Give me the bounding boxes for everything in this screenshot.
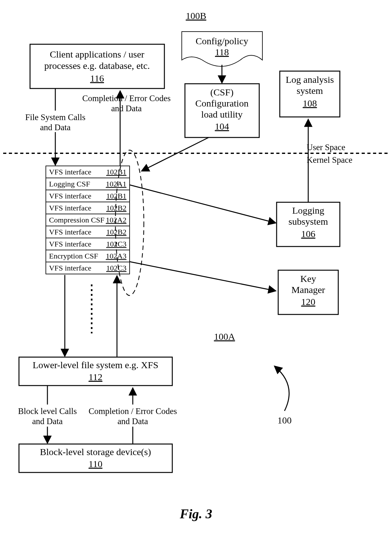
stack-row-label: VFS interface — [49, 228, 91, 236]
csf-line2: Configuration — [195, 98, 248, 108]
config-policy-label: Config/policy — [196, 36, 248, 46]
stack-row-label: Compression CSF — [49, 216, 104, 224]
stack-row-label: VFS interface — [49, 192, 91, 200]
block-devices-box: Block-level storage device(s) 110 — [19, 444, 172, 472]
csf-ref: 104 — [215, 121, 229, 131]
log-analysis-ref: 108 — [303, 98, 317, 108]
stack-row-ref: 102A3 — [106, 252, 126, 260]
comp-top-line2: and Data — [111, 104, 142, 113]
fscalls-line1: File System Calls — [25, 113, 86, 122]
config-policy-doc: Config/policy 118 — [182, 32, 262, 66]
logging-subsystem-box: Logging subsystem 106 — [277, 202, 340, 247]
keymgr-line2: Manager — [291, 284, 325, 295]
stack-row-label: Encryption CSF — [49, 252, 98, 260]
stack-row-ref: 102A2 — [106, 216, 126, 224]
log-analysis-line1: Log analysis — [286, 74, 334, 85]
stack-row-label: Logging CSF — [49, 180, 90, 188]
kernel-space-label: Kernel Space — [307, 155, 352, 165]
keymgr-line1: Key — [300, 273, 316, 284]
diagram-canvas: 100B Client applications / user processe… — [0, 0, 392, 554]
block-dev-ref: 110 — [89, 459, 102, 469]
ref-100: 100 — [278, 415, 292, 425]
lowerfs-ref: 112 — [89, 372, 102, 382]
stack-row-ref: 102B1 — [106, 168, 126, 176]
stack-row-ref: 102A1 — [106, 180, 126, 188]
stack-row-label: VFS interface — [49, 168, 91, 176]
encryption-csf-to-keymgr-arrow — [130, 262, 275, 291]
lower-fs-box: Lower-level file system e.g. XFS 112 — [19, 357, 172, 386]
stack-row-ref: 102C3 — [106, 264, 126, 272]
key-manager-box: Key Manager 120 — [278, 270, 338, 314]
curvy-arrow-100 — [275, 367, 289, 411]
log-analysis-box: Log analysis system 108 — [280, 71, 340, 117]
config-policy-ref: 118 — [215, 47, 229, 57]
stack-row-label: VFS interface — [49, 264, 91, 272]
logging-sub-line1: Logging — [292, 205, 324, 216]
client-line2: processes e.g. database, etc. — [44, 60, 150, 71]
log-analysis-line2: system — [297, 85, 323, 96]
csf-load-utility-box: (CSF) Configuration load utility 104 — [185, 84, 259, 137]
stack-row-label: VFS interface — [49, 240, 91, 248]
logging-sub-ref: 106 — [301, 228, 315, 239]
block-calls-line2: and Data — [32, 417, 63, 426]
block-calls-line1: Block level Calls — [18, 406, 77, 416]
figure-caption: Fig. 3 — [180, 507, 212, 521]
block-dev-label: Block-level storage device(s) — [40, 447, 151, 457]
stack-row-ref: 102B2 — [106, 204, 126, 212]
csf-line3: load utility — [201, 109, 243, 119]
csf-line1: (CSF) — [210, 87, 233, 98]
keymgr-ref: 120 — [301, 296, 315, 307]
comp-bot-line1: Completion / Error Codes — [89, 406, 177, 416]
client-applications-box: Client applications / user processes e.g… — [30, 44, 164, 88]
stack-row-label: VFS interface — [49, 204, 91, 212]
logging-sub-line2: subsystem — [288, 216, 328, 227]
logging-csf-to-subsystem-arrow — [130, 185, 275, 223]
user-space-label: User Space — [307, 143, 345, 152]
ref-100a: 100A — [214, 331, 235, 342]
client-ref: 116 — [90, 73, 104, 83]
comp-top-line1: Completion / Error Codes — [82, 94, 171, 103]
fscalls-line2: and Data — [40, 123, 71, 132]
ref-100b: 100B — [186, 10, 206, 21]
stack-row-ref: 102B2 — [106, 228, 126, 236]
lowerfs-label: Lower-level file system e.g. XFS — [33, 360, 158, 370]
comp-bot-line2: and Data — [118, 417, 148, 426]
csf-to-stack-arrow — [142, 137, 209, 171]
client-line1: Client applications / user — [50, 49, 144, 59]
